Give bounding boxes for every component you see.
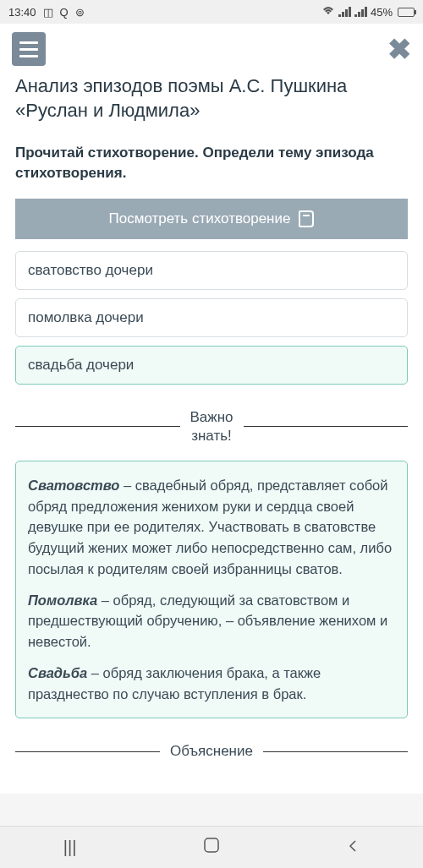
important-divider: Важно знать! (15, 408, 408, 445)
view-poem-button[interactable]: Посмотреть стихотворение (15, 199, 408, 239)
definition-svatovstvo: Сватовство – свадебный обряд, представля… (28, 475, 395, 580)
option-label: помолвка дочери (28, 309, 144, 325)
option-label: свадьба дочери (28, 357, 134, 373)
page-title: Анализ эпизодов поэмы А.С. Пушкина «Русл… (15, 74, 408, 123)
battery-percent: 45% (371, 6, 393, 19)
wifi-icon (321, 6, 335, 19)
answer-option[interactable]: помолвка дочери (15, 298, 408, 337)
status-bar: 13:40 ◫ Q ⊚ 45% (0, 0, 423, 24)
recent-apps-button[interactable]: ||| (63, 838, 77, 857)
android-nav-bar: ||| (0, 826, 423, 868)
answer-option-selected[interactable]: свадьба дочери (15, 346, 408, 385)
back-button[interactable] (346, 838, 360, 857)
signal-icon-2 (354, 7, 367, 17)
book-icon (299, 210, 314, 227)
app-header: ✖ (0, 24, 423, 74)
signal-icon-1 (338, 7, 351, 17)
important-label: Важно знать! (190, 408, 233, 445)
instruction-text: Прочитай стихотворение. Определи тему эп… (15, 143, 408, 183)
search-icon: Q (60, 6, 69, 19)
close-button[interactable]: ✖ (387, 35, 411, 63)
svg-rect-0 (205, 838, 218, 852)
menu-button[interactable] (12, 32, 46, 66)
main-content: Анализ эпизодов поэмы А.С. Пушкина «Русл… (0, 74, 423, 794)
info-box: Сватовство – свадебный обряд, представля… (15, 461, 408, 719)
status-time: 13:40 (8, 6, 36, 19)
gallery-icon: ◫ (43, 6, 53, 19)
answer-option[interactable]: сватовство дочери (15, 251, 408, 290)
shazam-icon: ⊚ (75, 6, 85, 19)
definition-svadba: Свадьба – обряд заключения брака, а такж… (28, 663, 395, 705)
explanation-divider: Объяснение (15, 742, 408, 761)
home-button[interactable] (203, 837, 220, 858)
battery-icon (398, 8, 415, 17)
explanation-label: Объяснение (170, 742, 253, 761)
option-label: сватовство дочери (28, 262, 153, 278)
definition-pomolvka: Помолвка – обряд, следующий за сватовств… (28, 590, 395, 652)
view-poem-label: Посмотреть стихотворение (109, 210, 291, 227)
